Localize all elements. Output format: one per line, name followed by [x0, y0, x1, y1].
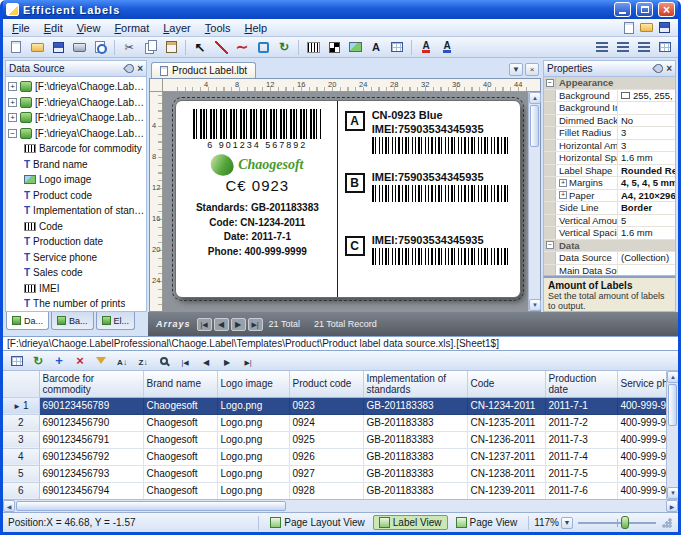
label-info-line[interactable]: Date: 2011-7-1	[196, 230, 319, 245]
first-icon[interactable]	[175, 352, 195, 370]
qrcode-icon[interactable]	[324, 38, 344, 56]
open-icon[interactable]	[27, 38, 47, 56]
table-row[interactable]: 6690123456794ChaogesoftLogo.png0928GB-20…	[3, 482, 666, 499]
tree-connection[interactable]: +[F:\drieya\Chaoge.LabelProfessional\Cha…	[8, 79, 146, 95]
expand-icon[interactable]: +	[8, 113, 17, 122]
grid-scroll-thumb[interactable]	[668, 384, 677, 426]
column-header-0[interactable]: Barcode for commodity	[39, 371, 143, 397]
tree-field[interactable]: Implementation of standards	[8, 203, 146, 219]
tree-field[interactable]: Code	[8, 219, 146, 235]
print-icon[interactable]	[69, 38, 89, 56]
panel-tab-2[interactable]: El...	[96, 312, 136, 330]
fill-color-icon[interactable]	[416, 38, 436, 56]
data-source-path[interactable]: [F:\drieya\Chaoge.LabelProfessional\Chao…	[3, 336, 678, 351]
tree-connection[interactable]: −[F:\drieya\Chaoge.LabelProfessional\Cha…	[8, 126, 146, 142]
main-barcode-number[interactable]: 6 901234 567892	[207, 140, 307, 150]
tree-field[interactable]: Logo image	[8, 172, 146, 188]
row-number[interactable]: 4	[3, 448, 39, 465]
mini-save-icon[interactable]	[656, 20, 673, 35]
collapse-icon[interactable]: −	[546, 241, 554, 249]
view-button-label-view[interactable]: Label View	[373, 515, 448, 530]
sort-desc-icon[interactable]	[133, 352, 153, 370]
mini-open-icon[interactable]	[638, 20, 655, 35]
nav-next-icon[interactable]	[231, 318, 246, 331]
align-right-icon[interactable]	[634, 38, 654, 56]
nav-prev-icon[interactable]	[214, 318, 229, 331]
properties-header[interactable]: Properties	[543, 60, 676, 77]
property-row[interactable]: +PaperA4, 210×296.9 mm	[544, 190, 675, 203]
tree-connection[interactable]: +[F:\drieya\Chaoge.LabelProfessional\Cha…	[8, 95, 146, 111]
menu-item-layer[interactable]: Layer	[156, 21, 198, 35]
tab-close-icon[interactable]: ×	[525, 63, 539, 76]
tree-connection[interactable]: +[F:\drieya\Chaoge.LabelProfessional\Cha…	[8, 110, 146, 126]
view-button-page-view[interactable]: Page View	[450, 515, 524, 530]
expand-icon[interactable]: +	[559, 191, 567, 199]
menu-item-view[interactable]: View	[70, 21, 108, 35]
column-header-7[interactable]: Service phone	[617, 371, 666, 397]
mini-new-icon[interactable]	[620, 20, 637, 35]
label-info-line[interactable]: Standards: GB-201183383	[196, 201, 319, 216]
cursor-icon[interactable]	[190, 38, 210, 56]
image-icon[interactable]	[345, 38, 365, 56]
property-row[interactable]: Fillet Radius3	[544, 127, 675, 140]
tree-field[interactable]: Production date	[8, 234, 146, 250]
line-icon[interactable]	[211, 38, 231, 56]
collapse-icon[interactable]: −	[546, 79, 554, 87]
row-number[interactable]: 5	[3, 465, 39, 482]
table-row[interactable]: 4690123456792ChaogesoftLogo.png0926GB-20…	[3, 448, 666, 465]
curve-icon[interactable]	[232, 38, 252, 56]
design-canvas[interactable]: 6 901234 567892 Chaogesoft C€ 0923 Stand…	[163, 92, 528, 311]
find-icon[interactable]	[154, 352, 174, 370]
panel-close-icon[interactable]	[137, 63, 143, 74]
property-row[interactable]: +Margins4, 5, 4, 5 mm	[544, 177, 675, 190]
logo-block[interactable]: Chaogesoft	[211, 154, 303, 176]
grid-scroll-right-icon[interactable]: ▶	[666, 500, 678, 512]
zoom-slider-thumb[interactable]	[621, 516, 629, 529]
grid-scroll-down-icon[interactable]: ▼	[667, 487, 678, 499]
property-row[interactable]: Background Image	[544, 102, 675, 115]
sort-asc-icon[interactable]	[112, 352, 132, 370]
copy-icon[interactable]	[140, 38, 160, 56]
property-row[interactable]: Main Data Source	[544, 265, 675, 277]
view-button-page-layout-view[interactable]: Page Layout View	[264, 515, 370, 530]
panel-tab-0[interactable]: Da...	[6, 312, 49, 330]
property-row[interactable]: Vertical Amount5	[544, 215, 675, 228]
zoom-control[interactable]: 117% ▼	[534, 517, 573, 529]
column-header-2[interactable]: Logo image	[217, 371, 289, 397]
close-button[interactable]	[658, 2, 675, 17]
nav-last-icon[interactable]	[248, 318, 263, 331]
label-preview[interactable]: 6 901234 567892 Chaogesoft C€ 0923 Stand…	[175, 100, 521, 298]
pin-icon[interactable]	[123, 62, 136, 75]
zoom-dropdown-icon[interactable]: ▼	[561, 517, 573, 529]
main-barcode[interactable]	[193, 109, 321, 139]
collapse-icon[interactable]: −	[8, 129, 17, 138]
add-row-icon[interactable]	[49, 352, 69, 370]
rotate-icon[interactable]	[274, 38, 294, 56]
cut-icon[interactable]	[119, 38, 139, 56]
next-icon[interactable]	[217, 352, 237, 370]
align-left-icon[interactable]	[592, 38, 612, 56]
delete-row-icon[interactable]	[70, 352, 90, 370]
menu-item-edit[interactable]: Edit	[37, 21, 70, 35]
label-section-b[interactable]: BIMEI:75903534345935	[345, 168, 514, 230]
maximize-button[interactable]	[636, 2, 653, 17]
font-color-icon[interactable]	[437, 38, 457, 56]
label-info-line[interactable]: Phone: 400-999-9999	[196, 245, 319, 260]
table-row[interactable]: 5690123456793ChaogesoftLogo.png0927GB-20…	[3, 465, 666, 482]
row-number[interactable]: 6	[3, 482, 39, 499]
grid-scroll-left-icon[interactable]: ◀	[3, 500, 15, 512]
label-info-line[interactable]: Code: CN-1234-2011	[196, 216, 319, 231]
save-icon[interactable]	[48, 38, 68, 56]
panel-tab-1[interactable]: Ba...	[51, 312, 94, 330]
menu-item-tools[interactable]: Tools	[198, 21, 238, 35]
property-row[interactable]: Background255, 255, 255	[544, 90, 675, 103]
property-row[interactable]: Horizontal Amount3	[544, 140, 675, 153]
canvas-vscrollbar[interactable]: ▲ ▼	[528, 92, 540, 311]
tree-field[interactable]: Barcode for commodity	[8, 141, 146, 157]
tab-scroll-icon[interactable]: ▼	[509, 63, 523, 76]
tree-field[interactable]: The number of prints	[8, 296, 146, 312]
property-row[interactable]: Vertical Spacing1.6 mm	[544, 227, 675, 240]
prev-icon[interactable]	[196, 352, 216, 370]
grid-scroll-up-icon[interactable]: ▲	[667, 371, 678, 383]
property-row[interactable]: Side LineBorder	[544, 202, 675, 215]
